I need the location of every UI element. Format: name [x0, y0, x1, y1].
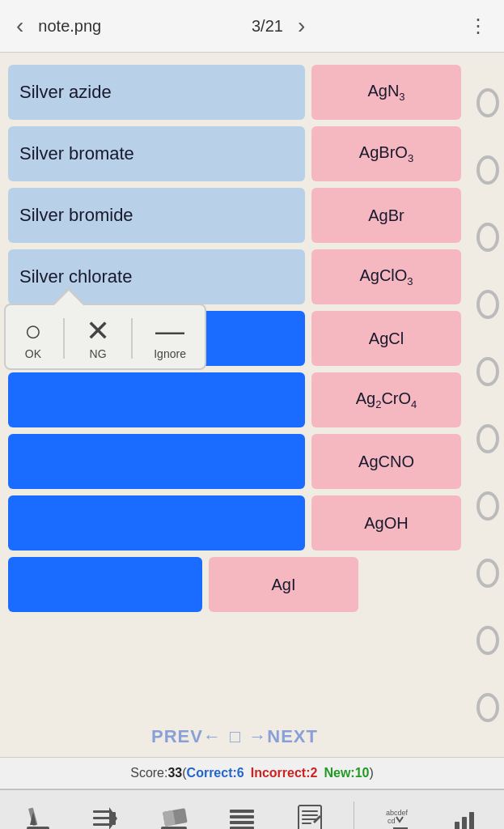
svg-rect-4 [93, 817, 111, 819]
card-row-8[interactable]: AgOH [8, 495, 461, 551]
page-number-label: 3/21 [252, 17, 283, 36]
svg-rect-14 [230, 827, 254, 830]
ring-6 [476, 424, 499, 453]
ring-3 [476, 223, 499, 252]
card-right-4[interactable]: AgClO3 [311, 249, 461, 304]
prev-next-overlay: PREV← □ →NEXT [0, 725, 469, 749]
score-bar: Score: 33 ( Correct: 6 Incorrect: 2 New:… [0, 757, 504, 789]
ok-icon: ○ [24, 317, 42, 346]
card-right-formula-9: AgI [271, 576, 295, 594]
tooltip-divider-1 [63, 318, 65, 359]
svg-rect-17 [302, 814, 318, 816]
card-left-8[interactable] [8, 495, 305, 551]
card-left-3[interactable]: Silver bromide [8, 188, 305, 243]
card-right-formula-8: AgOH [364, 514, 408, 533]
tooltip-arrow [54, 291, 83, 305]
card-left-2[interactable]: Silver bromate [8, 126, 305, 181]
svg-rect-25 [469, 812, 474, 830]
notebook-rings [472, 53, 504, 757]
svg-rect-5 [93, 823, 111, 826]
correct-value: 6 [237, 766, 244, 780]
repeat-icon [89, 801, 123, 830]
card-right-formula-1: AgN3 [367, 82, 404, 103]
svg-rect-13 [230, 821, 254, 824]
svg-rect-23 [455, 822, 460, 830]
menu-button[interactable]: ⋮ [462, 11, 494, 40]
ok-label: OK [25, 347, 41, 360]
prev-page-button[interactable]: ‹ [10, 10, 30, 42]
card-right-formula-6: Ag2CrO4 [356, 389, 417, 410]
incorrect-label: Incorrect: [251, 766, 311, 780]
score-value: 33 [167, 766, 182, 780]
svg-rect-7 [112, 812, 116, 825]
toolbar-hide-button[interactable]: abcdef cd hide [374, 797, 422, 830]
ring-8 [476, 559, 499, 588]
card-left-6[interactable] [8, 372, 305, 427]
file-name-label: note.png [38, 17, 101, 36]
score-label: Score: [130, 766, 167, 780]
ring-5 [476, 357, 499, 386]
toolbar-divider [354, 801, 354, 829]
hide-icon: abcdef cd [381, 801, 415, 830]
card-right-formula-5: AgCl [369, 329, 404, 348]
card-right-formula-3: AgBr [368, 206, 404, 225]
tooltip-divider-2 [131, 318, 133, 359]
line-icon [225, 801, 259, 830]
ignore-button[interactable]: — Ignore [154, 317, 186, 360]
incorrect-value: 2 [311, 766, 318, 780]
ignore-label: Ignore [154, 347, 186, 360]
card-right-formula-7: AgCNO [358, 453, 414, 471]
card-right-7[interactable]: AgCNO [311, 434, 461, 489]
ring-4 [476, 290, 499, 319]
next-page-button[interactable]: › [291, 10, 311, 42]
svg-rect-24 [462, 817, 467, 830]
svg-text:abcdef: abcdef [386, 809, 409, 817]
main-content-area: Silver azide AgN3 Silver bromate AgBrO3 … [0, 53, 504, 757]
card-right-5[interactable]: AgCl [311, 311, 461, 366]
ring-7 [476, 491, 499, 521]
card-right-6[interactable]: Ag2CrO4 [311, 372, 461, 427]
ignore-icon: — [155, 317, 184, 346]
card-left-9[interactable] [8, 557, 202, 612]
card-row-9[interactable]: AgI [8, 557, 461, 612]
card-row-7[interactable]: AgCNO [8, 434, 461, 489]
card-row-3[interactable]: Silver bromide AgBr [8, 188, 461, 243]
toolbar-draw-button[interactable]: draw [14, 797, 62, 830]
svg-text:cd: cd [388, 817, 396, 825]
card-left-text-4: Silver chlorate [19, 266, 132, 287]
card-right-1[interactable]: AgN3 [311, 65, 461, 120]
card-right-9[interactable]: AgI [209, 557, 358, 612]
flash-cards-area: Silver azide AgN3 Silver bromate AgBrO3 … [0, 53, 469, 757]
card-left-1[interactable]: Silver azide [8, 65, 305, 120]
ng-label: NG [90, 347, 107, 360]
new-value: 10 [355, 766, 370, 780]
card-right-3[interactable]: AgBr [311, 188, 461, 243]
toolbar-erase-button[interactable]: erase [150, 797, 198, 830]
toolbar-chart-button[interactable]: chart [442, 797, 490, 830]
top-navigation-bar: ‹ note.png 3/21 › ⋮ [0, 0, 504, 53]
separator-icon: □ [230, 726, 240, 747]
toolbar-line-button[interactable]: line [218, 797, 266, 830]
card-right-2[interactable]: AgBrO3 [311, 126, 461, 181]
page-info: 3/21 › [252, 10, 311, 42]
chart-icon [449, 801, 483, 830]
svg-rect-12 [230, 815, 254, 818]
card-left-text-3: Silver bromide [19, 205, 133, 226]
toolbar-repeat-button[interactable]: repeat [82, 797, 130, 830]
ring-1 [476, 88, 499, 117]
svg-rect-0 [27, 827, 49, 830]
next-button-text[interactable]: →NEXT [248, 726, 318, 747]
card-row-6[interactable]: Ag2CrO4 [8, 372, 461, 427]
card-right-formula-2: AgBrO3 [359, 143, 413, 164]
card-left-7[interactable] [8, 434, 305, 489]
prev-button-text[interactable]: PREV← [151, 726, 222, 747]
ring-10 [476, 693, 499, 722]
ng-button[interactable]: ✕ NG [86, 317, 110, 360]
svg-rect-16 [302, 810, 318, 812]
ok-button[interactable]: ○ OK [24, 317, 42, 360]
ring-2 [476, 155, 499, 185]
card-row-2[interactable]: Silver bromate AgBrO3 [8, 126, 461, 181]
card-right-8[interactable]: AgOH [311, 495, 461, 551]
card-row-1[interactable]: Silver azide AgN3 [8, 65, 461, 120]
toolbar-note-button[interactable]: note [286, 797, 334, 830]
